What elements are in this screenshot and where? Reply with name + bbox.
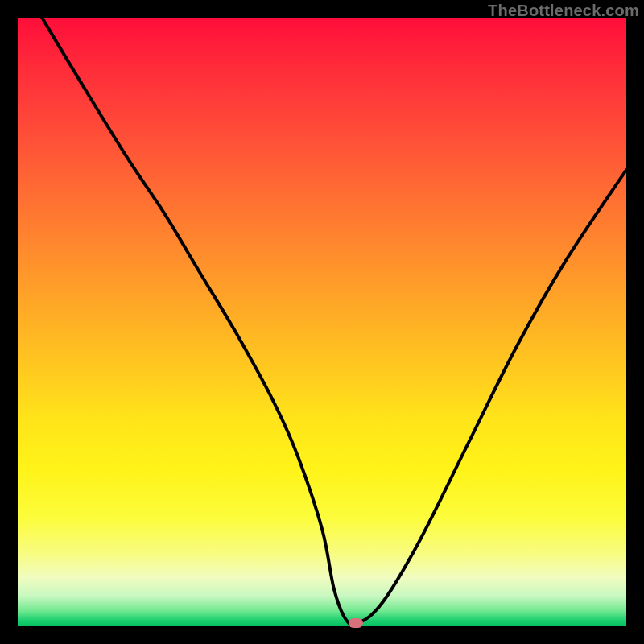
optimal-point-marker xyxy=(349,618,363,628)
plot-area xyxy=(18,18,626,626)
curve-svg xyxy=(18,18,626,626)
bottleneck-curve xyxy=(42,18,626,625)
chart-container: TheBottleneck.com xyxy=(0,0,644,644)
